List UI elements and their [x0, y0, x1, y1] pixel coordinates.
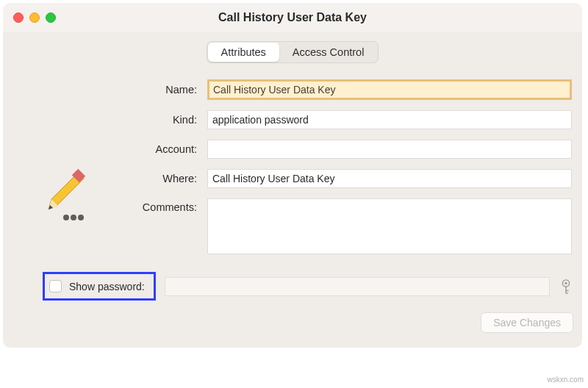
key-icon[interactable]: [559, 279, 573, 295]
minimize-window-button[interactable]: [29, 12, 40, 23]
traffic-lights: [13, 12, 56, 23]
zoom-window-button[interactable]: [46, 12, 56, 23]
account-label: Account:: [12, 143, 197, 155]
svg-point-5: [564, 281, 567, 284]
name-field[interactable]: [207, 79, 572, 100]
keychain-item-window: Call History User Data Key Attributes Ac…: [3, 3, 582, 348]
footer: Save Changes: [12, 312, 573, 333]
window-title: Call History User Data Key: [3, 11, 582, 24]
attributes-form: Name: Kind: Account: Where: Comments:: [12, 79, 573, 254]
name-label: Name:: [12, 84, 197, 96]
tab-bar: Attributes Access Control: [12, 41, 573, 63]
ellipsis-icon: [63, 215, 88, 220]
kind-field[interactable]: [207, 110, 572, 129]
watermark: wskxn.com: [548, 376, 584, 384]
show-password-highlight: Show password:: [43, 272, 156, 301]
window-body: Attributes Access Control Name: Kind: Ac…: [3, 32, 582, 348]
where-field[interactable]: [207, 169, 572, 188]
show-password-checkbox[interactable]: [49, 280, 62, 292]
account-field[interactable]: [207, 140, 572, 159]
show-password-label: Show password:: [69, 281, 145, 292]
password-field[interactable]: [165, 277, 550, 296]
tab-attributes[interactable]: Attributes: [208, 43, 279, 62]
close-window-button[interactable]: [13, 12, 24, 23]
kind-label: Kind:: [12, 114, 197, 126]
comments-field[interactable]: [207, 198, 572, 254]
comments-label: Comments:: [12, 198, 197, 213]
where-label: Where:: [12, 173, 197, 184]
save-changes-button[interactable]: Save Changes: [481, 312, 573, 333]
titlebar: Call History User Data Key: [3, 3, 582, 32]
segmented-control: Attributes Access Control: [207, 41, 379, 63]
tab-access-control[interactable]: Access Control: [279, 43, 378, 62]
show-password-row: Show password:: [12, 272, 573, 301]
pencil-icon: [41, 167, 88, 214]
